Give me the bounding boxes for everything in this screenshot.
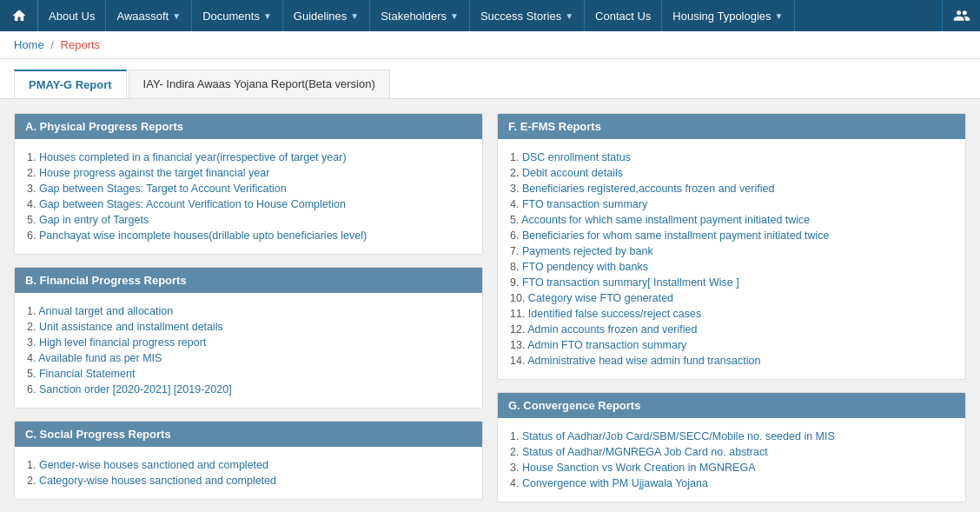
list-item[interactable]: FTO pendency with banks (510, 261, 953, 273)
section-c-body: Gender-wise houses sanctioned and comple… (15, 447, 482, 499)
section-f-list: DSC enrollment statusDebit account detai… (510, 151, 953, 367)
breadcrumb-current: Reports (61, 38, 101, 51)
section-c-header: C. Social Progress Reports (15, 422, 482, 447)
list-item[interactable]: Category-wise houses sanctioned and comp… (27, 475, 470, 487)
list-item[interactable]: Admin FTO transaction summary (510, 339, 953, 351)
left-column: A. Physical Progress Reports Houses comp… (14, 113, 483, 512)
list-item[interactable]: Payments rejected by bank (510, 245, 953, 257)
section-f-header: F. E-FMS Reports (498, 114, 965, 139)
list-item[interactable]: House progress against the target financ… (27, 167, 470, 179)
success-stories-dropdown-arrow: ▼ (565, 11, 573, 21)
list-item[interactable]: Convergence with PM Ujjawala Yojana (510, 477, 953, 489)
list-item[interactable]: Sanction order [2020-2021] [2019-2020] (27, 383, 470, 396)
list-item[interactable]: Available fund as per MIS (27, 352, 470, 364)
section-a-body: Houses completed in a financial year(irr… (15, 139, 482, 254)
main-content: A. Physical Progress Reports Houses comp… (0, 99, 980, 512)
section-g-body: Status of Aadhar/Job Card/SBM/SECC/Mobil… (498, 418, 965, 502)
breadcrumb-home-link[interactable]: Home (14, 38, 44, 51)
list-item[interactable]: Admin accounts frozen and verified (510, 323, 953, 336)
home-nav-button[interactable] (0, 0, 38, 31)
nav-success-stories[interactable]: Success Stories ▼ (470, 0, 585, 31)
list-item[interactable]: High level financial progress report (27, 336, 470, 349)
section-c-card: C. Social Progress Reports Gender-wise h… (14, 421, 483, 500)
nav-guidelines[interactable]: Guidelines ▼ (283, 0, 370, 31)
section-f-body: DSC enrollment statusDebit account detai… (498, 139, 965, 379)
list-item[interactable]: Annual target and allocation (27, 305, 470, 317)
section-b-header: B. Financial Progress Reports (15, 268, 482, 293)
stakeholders-dropdown-arrow: ▼ (450, 11, 459, 21)
section-b-card: B. Financial Progress Reports Annual tar… (14, 267, 483, 409)
list-item[interactable]: Accounts for which same installment paym… (510, 214, 953, 226)
right-column: F. E-FMS Reports DSC enrollment statusDe… (497, 113, 966, 512)
section-g-header: G. Convergence Reports (498, 393, 965, 418)
tabs-bar: PMAY-G Report IAY- Indira Awaas Yojana R… (0, 59, 980, 99)
list-item[interactable]: Identified false success/reject cases (510, 308, 953, 320)
list-item[interactable]: Gap between Stages: Account Verification… (27, 198, 470, 210)
nav-stakeholders[interactable]: Stakeholders ▼ (370, 0, 470, 31)
section-a-card: A. Physical Progress Reports Houses comp… (14, 113, 483, 255)
breadcrumb-separator: / (50, 38, 54, 51)
list-item[interactable]: FTO transaction summary[ Installment Wis… (510, 276, 953, 289)
list-item[interactable]: Beneficiaries registered,accounts frozen… (510, 183, 953, 195)
nav-housing-typologies[interactable]: Housing Typologies ▼ (662, 0, 794, 31)
navbar: About Us Awaassoft ▼ Documents ▼ Guideli… (0, 0, 980, 31)
list-item[interactable]: Gap in entry of Targets (27, 214, 470, 226)
breadcrumb: Home / Reports (0, 31, 980, 59)
list-item[interactable]: Debit account details (510, 167, 953, 179)
awaassoft-dropdown-arrow: ▼ (172, 11, 181, 21)
list-item[interactable]: Financial Statement (27, 368, 470, 380)
list-item[interactable]: Status of Aadhar/MGNREGA Job Card no. ab… (510, 446, 953, 458)
list-item[interactable]: Houses completed in a financial year(irr… (27, 151, 470, 163)
list-item[interactable]: Unit assistance and installment details (27, 321, 470, 333)
section-f-card: F. E-FMS Reports DSC enrollment statusDe… (497, 113, 966, 380)
section-a-list: Houses completed in a financial year(irr… (27, 151, 470, 242)
list-item[interactable]: Status of Aadhar/Job Card/SBM/SECC/Mobil… (510, 430, 953, 442)
list-item[interactable]: House Sanction vs Work Creation in MGNRE… (510, 462, 953, 474)
housing-typologies-dropdown-arrow: ▼ (775, 11, 784, 21)
list-item[interactable]: Gender-wise houses sanctioned and comple… (27, 459, 470, 471)
section-b-list: Annual target and allocationUnit assista… (27, 305, 470, 396)
tab-pmayg[interactable]: PMAY-G Report (14, 70, 127, 98)
nav-awaassoft[interactable]: Awaassoft ▼ (106, 0, 192, 31)
section-c-list: Gender-wise houses sanctioned and comple… (27, 459, 470, 487)
list-item[interactable]: Gap between Stages: Target to Account Ve… (27, 183, 470, 195)
user-menu-button[interactable] (942, 0, 980, 31)
section-g-card: G. Convergence Reports Status of Aadhar/… (497, 392, 966, 502)
nav-documents[interactable]: Documents ▼ (192, 0, 283, 31)
section-g-list: Status of Aadhar/Job Card/SBM/SECC/Mobil… (510, 430, 953, 489)
list-item[interactable]: Administrative head wise admin fund tran… (510, 355, 953, 367)
list-item[interactable]: Panchayat wise incomplete houses(drillab… (27, 229, 470, 242)
list-item[interactable]: FTO transaction summary (510, 198, 953, 210)
section-a-header: A. Physical Progress Reports (15, 114, 482, 139)
nav-contact-us[interactable]: Contact Us (585, 0, 662, 31)
tab-iay[interactable]: IAY- Indira Awaas Yojana Report(Beta ver… (129, 70, 390, 98)
list-item[interactable]: Category wise FTO generated (510, 292, 953, 304)
documents-dropdown-arrow: ▼ (263, 11, 272, 21)
list-item[interactable]: DSC enrollment status (510, 151, 953, 163)
section-b-body: Annual target and allocationUnit assista… (15, 293, 482, 408)
nav-about-us[interactable]: About Us (38, 0, 106, 31)
guidelines-dropdown-arrow: ▼ (350, 11, 359, 21)
list-item[interactable]: Beneficiaries for whom same installment … (510, 229, 953, 242)
